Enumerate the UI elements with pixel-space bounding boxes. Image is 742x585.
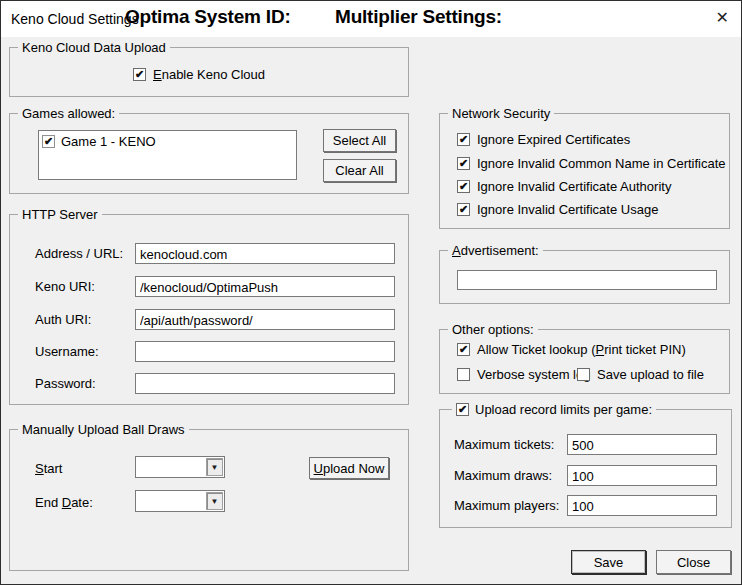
optima-system-id-label: Optima System ID: (125, 6, 291, 28)
start-date-combobox[interactable]: ▼ (135, 456, 225, 478)
label-segment: nable Keno Cloud (162, 67, 265, 82)
group-legend-games-allowed: Games allowed: (18, 106, 119, 121)
upload-now-button[interactable]: Upload Now (309, 457, 389, 479)
checkbox-icon: ✔ (457, 343, 470, 356)
start-label: Start (35, 461, 62, 476)
checkbox-icon (577, 368, 590, 381)
auth-uri-input[interactable] (135, 309, 395, 330)
ignore-invalid-certificate-usage-label: Ignore Invalid Certificate Usage (477, 202, 658, 217)
select-all-button[interactable]: Select All (323, 129, 396, 152)
game-list[interactable]: ✔ Game 1 - KENO (38, 130, 297, 180)
multiplier-settings-label: Multiplier Settings: (335, 6, 502, 28)
upload-record-limits-label: Upload record limits per game: (475, 402, 652, 417)
chevron-down-icon[interactable]: ▼ (206, 492, 223, 510)
label-segment: pload Now (323, 461, 384, 476)
label-segment: D (62, 495, 71, 510)
checkbox-icon: ✔ (42, 135, 55, 148)
group-legend-other-options: Other options: (448, 322, 538, 337)
label-segment: ate: (71, 495, 93, 510)
close-button[interactable]: Close (656, 550, 731, 574)
ignore-expired-certificates-checkbox[interactable]: ✔ Ignore Expired Certificates (457, 132, 630, 147)
maximum-draws-input[interactable] (567, 465, 717, 486)
maximum-players-input[interactable] (567, 495, 717, 516)
save-upload-to-file-label: Save upload to file (597, 367, 704, 382)
group-network-security: Network Security ✔ Ignore Expired Certif… (439, 113, 730, 229)
checkbox-icon: ✔ (457, 203, 470, 216)
group-legend-keno-cloud-data-upload: Keno Cloud Data Upload (18, 40, 170, 55)
titlebar: Keno Cloud Settings Optima System ID: Mu… (1, 1, 741, 37)
username-input[interactable] (135, 341, 395, 362)
end-date-combobox[interactable]: ▼ (135, 490, 225, 512)
ignore-invalid-certificate-authority-checkbox[interactable]: ✔ Ignore Invalid Certificate Authority (457, 179, 671, 194)
group-manually-upload-ball-draws: Manually Upload Ball Draws Start ▼ End D… (9, 429, 409, 571)
group-legend-network-security: Network Security (448, 106, 554, 121)
save-upload-to-file-checkbox[interactable]: Save upload to file (577, 367, 704, 382)
label-segment: tart (44, 461, 63, 476)
checkbox-icon: ✔ (457, 157, 470, 170)
username-label: Username: (35, 344, 99, 359)
label-segment: Allow Ticket lookup ( (477, 342, 596, 357)
ignore-invalid-common-name-label: Ignore Invalid Common Name in Certificat… (477, 156, 726, 171)
label-segment: S (35, 461, 44, 476)
password-input[interactable] (135, 373, 395, 394)
group-legend-manually-upload-ball-draws: Manually Upload Ball Draws (18, 422, 189, 437)
ignore-expired-certificates-label: Ignore Expired Certificates (477, 132, 630, 147)
group-advertisement: Advertisement: (439, 250, 730, 304)
group-legend-http-server: HTTP Server (18, 207, 102, 222)
ignore-invalid-common-name-checkbox[interactable]: ✔ Ignore Invalid Common Name in Certific… (457, 156, 726, 171)
password-label: Password: (35, 376, 96, 391)
label-segment: P (596, 342, 605, 357)
maximum-tickets-input[interactable] (567, 434, 717, 455)
group-other-options: Other options: ✔ Allow Ticket lookup (Pr… (439, 329, 730, 394)
enable-keno-cloud-checkbox[interactable]: ✔ Enable Keno Cloud (133, 67, 265, 82)
upload-record-limits-checkbox[interactable]: ✔ Upload record limits per game: (452, 402, 656, 417)
label-segment: rint ticket PIN) (604, 342, 686, 357)
game-list-item-label: Game 1 - KENO (61, 134, 156, 149)
enable-keno-cloud-label: Enable Keno Cloud (153, 67, 265, 82)
group-upload-record-limits: ✔ Upload record limits per game: Maximum… (439, 409, 732, 528)
group-keno-cloud-data-upload: Keno Cloud Data Upload ✔ Enable Keno Clo… (9, 47, 409, 97)
advertisement-input[interactable] (457, 270, 717, 290)
ignore-invalid-certificate-authority-label: Ignore Invalid Certificate Authority (477, 179, 671, 194)
clear-all-button[interactable]: Clear All (323, 159, 396, 182)
group-http-server: HTTP Server Address / URL: Keno URI: Aut… (9, 214, 409, 405)
allow-ticket-lookup-checkbox[interactable]: ✔ Allow Ticket lookup (Print ticket PIN) (457, 342, 686, 357)
label-segment: dvertisement: (461, 243, 539, 258)
label-segment: E (153, 67, 162, 82)
end-date-label: End Date: (35, 495, 93, 510)
group-legend-advertisement: Advertisement: (448, 243, 543, 258)
chevron-down-icon[interactable]: ▼ (206, 458, 223, 476)
label-segment: U (314, 461, 323, 476)
keno-uri-label: Keno URI: (35, 279, 95, 294)
keno-cloud-settings-dialog: Keno Cloud Settings Optima System ID: Mu… (0, 0, 742, 585)
save-button[interactable]: Save (571, 550, 646, 574)
ignore-invalid-certificate-usage-checkbox[interactable]: ✔ Ignore Invalid Certificate Usage (457, 202, 658, 217)
checkbox-icon: ✔ (133, 68, 146, 81)
auth-uri-label: Auth URI: (35, 312, 91, 327)
allow-ticket-lookup-label: Allow Ticket lookup (Print ticket PIN) (477, 342, 686, 357)
checkbox-icon: ✔ (457, 133, 470, 146)
checkbox-icon: ✔ (457, 180, 470, 193)
maximum-tickets-label: Maximum tickets: (454, 437, 554, 452)
checkbox-icon: ✔ (456, 403, 469, 416)
close-icon[interactable]: ✕ (716, 9, 729, 27)
group-games-allowed: Games allowed: ✔ Game 1 - KENO Select Al… (9, 113, 409, 194)
maximum-players-label: Maximum players: (454, 498, 559, 513)
label-segment: End (35, 495, 62, 510)
address-url-label: Address / URL: (35, 246, 123, 261)
window-title: Keno Cloud Settings (11, 11, 139, 27)
maximum-draws-label: Maximum draws: (454, 468, 552, 483)
game-list-item[interactable]: ✔ Game 1 - KENO (42, 134, 156, 149)
verbose-system-log-label: Verbose system log (477, 367, 590, 382)
verbose-system-log-checkbox[interactable]: Verbose system log (457, 367, 590, 382)
address-url-input[interactable] (135, 243, 395, 264)
keno-uri-input[interactable] (135, 276, 395, 297)
checkbox-icon (457, 368, 470, 381)
label-segment: A (452, 243, 461, 258)
